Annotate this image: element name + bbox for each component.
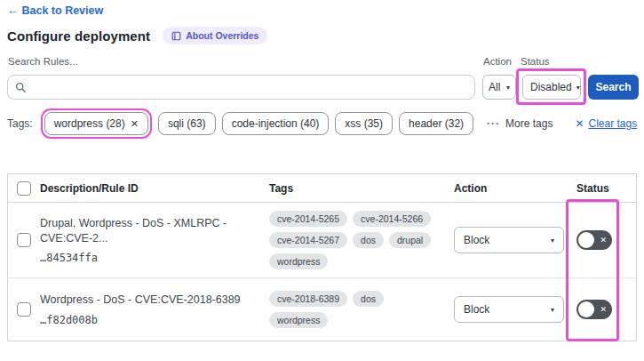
- tag-pill: dos: [353, 232, 384, 248]
- clear-tags-label: Clear tags: [589, 117, 638, 130]
- tag-pill: cve-2018-6389: [269, 291, 347, 307]
- more-tags-label: More tags: [505, 117, 553, 130]
- action-label: Action: [483, 56, 512, 67]
- about-overrides-badge[interactable]: About Overrides: [163, 27, 267, 44]
- chevron-down-icon: ▾: [506, 84, 510, 92]
- tag-pill: dos: [353, 291, 384, 307]
- ellipsis-icon: ···: [487, 117, 500, 130]
- more-tags-button[interactable]: ··· More tags: [487, 117, 553, 130]
- remove-tag-icon[interactable]: ✕: [131, 118, 139, 130]
- chevron-down-icon: ▾: [551, 306, 554, 314]
- tag-chip-label: header (32): [409, 117, 464, 130]
- tag-chip-header[interactable]: header (32): [399, 112, 473, 135]
- tag-chip-xss[interactable]: xss (35): [335, 112, 393, 135]
- tag-pill: wordpress: [269, 312, 328, 328]
- header-action: Action: [447, 182, 571, 195]
- header-description: Description/Rule ID: [40, 182, 269, 195]
- status-toggle-off[interactable]: ✕: [576, 230, 612, 250]
- toggle-off-icon: ✕: [600, 236, 607, 245]
- row-checkbox[interactable]: [17, 302, 31, 317]
- status-dropdown-value: Disabled: [530, 81, 572, 93]
- select-all-checkbox[interactable]: [17, 181, 31, 196]
- table-header-row: Description/Rule ID Tags Action Status: [8, 174, 636, 203]
- action-select[interactable]: Block ▾: [454, 296, 564, 323]
- action-dropdown-value: All: [489, 81, 500, 93]
- tags-bar: Tags: wordpress (28) ✕ sqli (63) code-in…: [7, 108, 637, 139]
- header-tags: Tags: [269, 182, 447, 195]
- status-dropdown[interactable]: Disabled ▾: [522, 75, 581, 100]
- action-select-value: Block: [464, 234, 489, 246]
- action-select[interactable]: Block ▾: [454, 227, 564, 253]
- search-rules-input[interactable]: [32, 81, 467, 93]
- chevron-down-icon: ▾: [576, 84, 580, 92]
- tag-chip-label: wordpress (28): [54, 117, 125, 130]
- tag-chip-wordpress[interactable]: wordpress (28) ✕: [44, 112, 148, 135]
- action-select-value: Block: [464, 303, 489, 316]
- back-to-review-link[interactable]: ←Back to Review: [7, 4, 103, 17]
- title-row: Configure deployment About Overrides: [7, 27, 267, 44]
- rule-description: Drupal, Wordpress - DoS - XMLRPC - CVE:C…: [40, 216, 262, 245]
- page-title: Configure deployment: [7, 28, 150, 44]
- clear-icon: ✕: [575, 117, 584, 130]
- tag-pill: cve-2014-5267: [269, 232, 347, 248]
- rules-table: Description/Rule ID Tags Action Status D…: [7, 173, 637, 341]
- chevron-down-icon: ▾: [551, 237, 554, 245]
- header-status: Status: [571, 182, 636, 195]
- about-overrides-label: About Overrides: [186, 30, 258, 41]
- rule-tags: cve-2014-5265 cve-2014-5266 cve-2014-526…: [269, 211, 447, 269]
- book-icon: [171, 31, 181, 41]
- back-arrow-icon: ←: [7, 4, 19, 17]
- status-label: Status: [521, 56, 550, 67]
- status-toggle-off[interactable]: ✕: [576, 300, 612, 319]
- toggle-knob: [578, 301, 594, 317]
- row-checkbox[interactable]: [17, 233, 31, 247]
- tags-label: Tags:: [7, 117, 33, 130]
- tag-chip-label: sqli (63): [168, 117, 206, 130]
- table-row: Wordpress - DoS - CVE:CVE-2018-6389 …f82…: [8, 278, 636, 341]
- tag-chip-label: code-injection (40): [232, 117, 320, 130]
- table-row: Drupal, Wordpress - DoS - XMLRPC - CVE:C…: [8, 203, 636, 278]
- toggle-off-icon: ✕: [600, 305, 607, 314]
- search-rules-field[interactable]: [7, 75, 475, 100]
- tag-pill: cve-2014-5266: [353, 211, 431, 227]
- tag-pill: cve-2014-5265: [269, 211, 347, 227]
- search-icon: [15, 82, 27, 93]
- tag-chip-code-injection[interactable]: code-injection (40): [222, 112, 330, 135]
- tag-chip-label: xss (35): [345, 117, 383, 130]
- rule-id: …84534ffa: [40, 252, 262, 264]
- rule-id: …f82d008b: [40, 314, 262, 326]
- clear-tags-button[interactable]: ✕ Clear tags: [575, 117, 637, 130]
- search-rules-label: Search Rules...: [8, 56, 78, 67]
- highlight-box-wordpress-chip: wordpress (28) ✕: [41, 108, 152, 139]
- tag-pill: drupal: [389, 232, 431, 248]
- rule-description: Wordpress - DoS - CVE:CVE-2018-6389: [40, 293, 262, 307]
- toggle-knob: [578, 232, 594, 248]
- configure-deployment-page: ←Back to Review Configure deployment Abo…: [0, 0, 644, 361]
- back-link-label: Back to Review: [22, 4, 104, 17]
- tag-chip-sqli[interactable]: sqli (63): [158, 112, 216, 135]
- rule-tags: cve-2018-6389 dos wordpress: [269, 291, 447, 328]
- search-button[interactable]: Search: [588, 75, 639, 100]
- action-dropdown[interactable]: All ▾: [482, 75, 516, 100]
- tag-pill: wordpress: [269, 253, 328, 269]
